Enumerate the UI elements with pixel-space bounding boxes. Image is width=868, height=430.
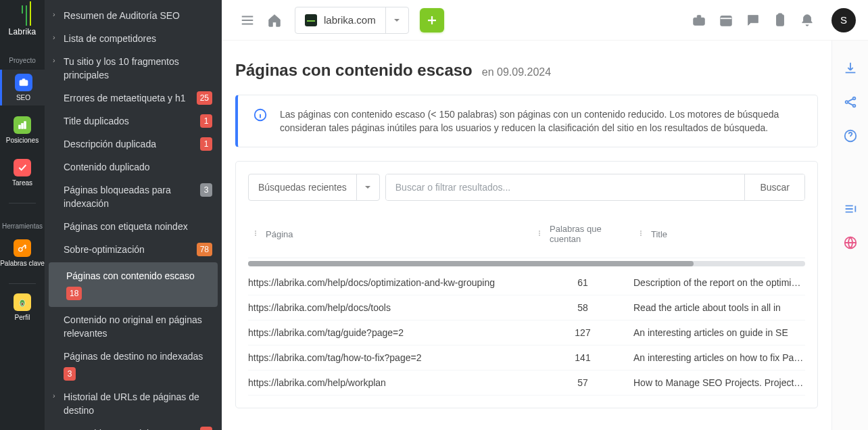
table-row[interactable]: https://labrika.com/tag/guide?page=2 127…: [248, 320, 805, 345]
rail-group-project: Proyecto: [9, 57, 35, 64]
rail-label: Palabras clave: [0, 260, 45, 267]
header-bell-button[interactable]: [794, 7, 821, 34]
bar-chart-icon: [14, 116, 31, 134]
site-name: labrika.com: [324, 14, 376, 26]
calendar-icon: [719, 13, 733, 28]
cell-words: 57: [532, 377, 633, 388]
search-input[interactable]: [386, 174, 745, 200]
sidebar-item-meta-errors[interactable]: › Errores de metaetiqueta y h1 25: [45, 87, 222, 110]
column-header-words[interactable]: Palabras que cuentan: [532, 216, 633, 252]
recent-searches-caret[interactable]: [356, 174, 379, 200]
sidebar-item-title-dup[interactable]: › Title duplicados 1: [45, 110, 222, 133]
sidebar-item-overopt[interactable]: › Sobre-optimización 78: [45, 238, 222, 261]
count-badge: 1: [200, 114, 212, 128]
count-badge: 25: [197, 91, 212, 105]
count-badge: 1: [200, 427, 212, 430]
svg-point-14: [845, 101, 848, 103]
rail-group-tools: Herramientas: [2, 222, 43, 230]
chevron-right-icon: ›: [53, 33, 58, 41]
page-title-row: Páginas con contenido escaso en 09.09.20…: [222, 41, 831, 87]
briefcase-icon: [692, 13, 706, 28]
add-button[interactable]: [420, 8, 444, 32]
sidebar-item-label: Páginas de destino no indexadas: [64, 350, 203, 363]
globe-button[interactable]: [843, 235, 858, 250]
column-header-title[interactable]: Title: [633, 216, 805, 252]
rail-separator: [9, 203, 36, 204]
list-button[interactable]: [843, 201, 858, 216]
svg-point-25: [539, 231, 540, 232]
header-calendar-button[interactable]: [713, 7, 740, 34]
logo-icon: [22, 5, 23, 22]
rail-item-keywords[interactable]: Palabras clave: [0, 235, 45, 271]
sidebar-item-top-snippets[interactable]: › Tu sitio y los 10 fragmentos principal…: [45, 50, 222, 87]
download-button[interactable]: [843, 61, 858, 76]
cell-page: https://labrika.com/help/docs/tools: [248, 302, 532, 313]
share-button[interactable]: [843, 95, 858, 110]
caret-down-icon: [393, 17, 400, 24]
avatar-letter: S: [840, 14, 847, 26]
sidebar-item-blocked-index[interactable]: › Páginas bloqueadas para indexación 3: [45, 178, 222, 215]
sidebar-item-noindex[interactable]: › Páginas con etiqueta noindex: [45, 215, 222, 238]
chevron-right-icon: ›: [53, 10, 58, 18]
menu-button[interactable]: [234, 7, 261, 34]
sidebar-item-seo-summary[interactable]: › Resumen de Auditoría SEO: [45, 4, 222, 27]
count-badge: 3: [200, 183, 212, 197]
sidebar-item-nonoriginal[interactable]: › Contenido no original en páginas relev…: [45, 308, 222, 345]
rail-item-tasks[interactable]: Tareas: [0, 155, 45, 191]
site-selector-caret[interactable]: [385, 7, 408, 33]
search-box: Buscar: [385, 174, 805, 201]
svg-point-7: [21, 303, 24, 306]
svg-point-22: [255, 231, 256, 232]
cell-page: https://labrika.com/tag/guide?page=2: [248, 327, 532, 338]
cell-words: 61: [532, 277, 633, 288]
table-row[interactable]: https://labrika.com/help/workplan 57 How…: [248, 371, 805, 396]
rail-item-positions[interactable]: Posiciones: [0, 112, 45, 148]
drag-handle-icon[interactable]: [254, 229, 262, 239]
header-briefcase-button[interactable]: [685, 7, 713, 34]
sidebar-item-label: Páginas bloqueadas para indexación: [64, 183, 196, 210]
recent-searches-label: Búsquedas recientes: [249, 174, 356, 200]
rail-label: SEO: [16, 94, 30, 101]
cell-words: 141: [532, 352, 633, 363]
svg-point-29: [640, 233, 642, 234]
scrollbar-thumb[interactable]: [248, 261, 694, 266]
rail-label: Perfil: [15, 314, 30, 321]
sidebar-item-label: Descripción duplicada: [64, 137, 196, 151]
table-row[interactable]: https://labrika.com/help/docs/tools 58 R…: [248, 295, 805, 320]
sidebar-item-thin-content[interactable]: › Páginas con contenido escaso 18: [49, 262, 218, 307]
svg-rect-13: [778, 13, 782, 16]
site-selector[interactable]: labrika.com: [295, 7, 409, 34]
header-clipboard-button[interactable]: [767, 7, 794, 34]
home-button[interactable]: [261, 7, 288, 34]
avocado-icon: [14, 293, 31, 311]
sidebar-item-desc-dup[interactable]: › Descripción duplicada 1: [45, 133, 222, 156]
download-icon: [843, 61, 858, 76]
drag-handle-icon[interactable]: [639, 229, 647, 239]
sidebar-item-label: Lista de competidores: [64, 32, 212, 45]
table-row[interactable]: https://labrika.com/help/docs/optimizati…: [248, 270, 805, 295]
rail-item-seo[interactable]: SEO: [0, 70, 45, 105]
table-row[interactable]: https://labrika.com/tag/how-to-fix?page=…: [248, 345, 805, 371]
help-button[interactable]: [843, 128, 858, 143]
cell-words: 58: [532, 302, 633, 313]
rail-item-profile[interactable]: Perfil: [0, 289, 45, 325]
sidebar-item-url-history[interactable]: › Historial de URLs de páginas de destin…: [45, 385, 222, 422]
cell-page: https://labrika.com/tag/how-to-fix?page=…: [248, 352, 532, 363]
column-header-page[interactable]: Página: [248, 216, 532, 252]
user-avatar[interactable]: S: [831, 8, 856, 32]
svg-point-15: [852, 97, 855, 100]
svg-point-5: [19, 247, 22, 251]
search-button[interactable]: Buscar: [744, 174, 804, 200]
sidebar-item-competitors[interactable]: › Lista de competidores: [45, 27, 222, 50]
sidebar-item-content-dup[interactable]: › Contenido duplicado: [45, 156, 222, 178]
drag-handle-icon[interactable]: [537, 229, 546, 239]
cell-title: How to Manage SEO Projects. Project Syst…: [633, 377, 805, 388]
sidebar-item-adult[interactable]: › Contenido para adultos 1: [45, 422, 222, 430]
sidebar-item-label: Contenido no original en páginas relevan…: [64, 313, 212, 340]
header-chat-button[interactable]: [740, 7, 767, 34]
cell-title: Read the article about tools in all in: [633, 302, 805, 313]
horizontal-scrollbar[interactable]: [248, 261, 805, 266]
recent-searches-select[interactable]: Búsquedas recientes: [248, 174, 380, 201]
svg-rect-8: [694, 18, 705, 25]
sidebar-item-landing-noindex[interactable]: › Páginas de destino no indexadas 3: [45, 345, 222, 385]
